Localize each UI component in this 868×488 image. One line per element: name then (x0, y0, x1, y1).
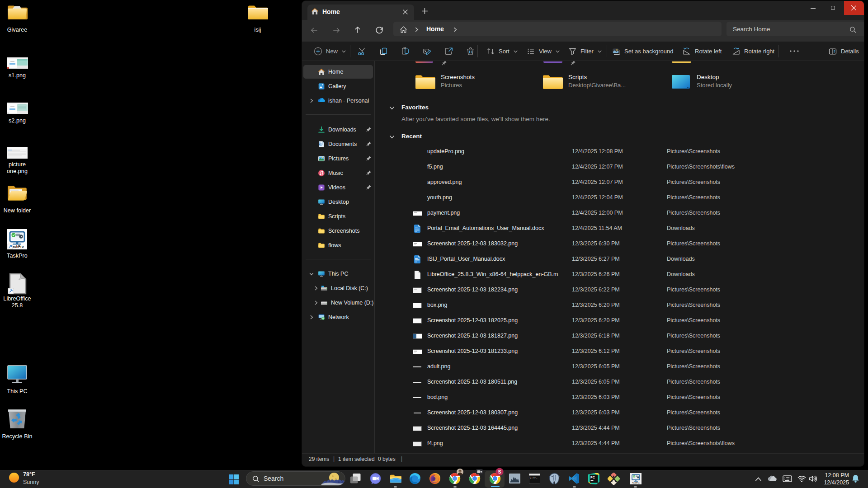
svg-text:C:\>_: C:\>_ (530, 477, 538, 479)
svg-text:S: S (498, 469, 501, 474)
svg-text:PC: PC (590, 475, 595, 479)
svg-text:TaskPro: TaskPro (632, 481, 640, 483)
